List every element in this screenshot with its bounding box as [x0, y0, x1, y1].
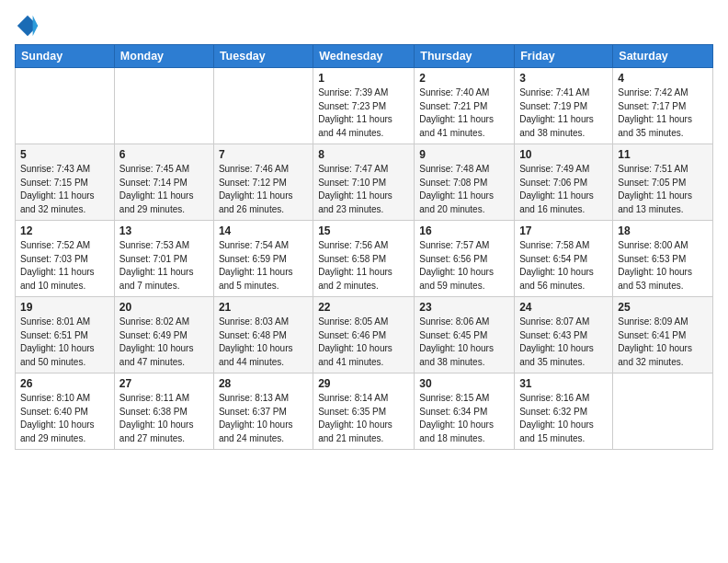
day-info: Sunrise: 7:56 AM Sunset: 6:58 PM Dayligh…: [318, 239, 409, 293]
calendar-cell: [213, 68, 313, 144]
day-number: 13: [119, 224, 209, 237]
calendar-cell: 25Sunrise: 8:09 AM Sunset: 6:41 PM Dayli…: [613, 297, 713, 373]
calendar-cell: 12Sunrise: 7:52 AM Sunset: 7:03 PM Dayli…: [16, 221, 115, 297]
calendar-cell: 2Sunrise: 7:40 AM Sunset: 7:21 PM Daylig…: [415, 68, 515, 144]
day-info: Sunrise: 7:52 AM Sunset: 7:03 PM Dayligh…: [20, 239, 109, 293]
day-number: 16: [419, 224, 509, 237]
day-number: 2: [419, 72, 509, 85]
day-number: 12: [20, 224, 109, 237]
day-info: Sunrise: 8:13 AM Sunset: 6:37 PM Dayligh…: [219, 392, 308, 445]
day-info: Sunrise: 8:07 AM Sunset: 6:43 PM Dayligh…: [519, 316, 608, 369]
calendar-cell: 9Sunrise: 7:48 AM Sunset: 7:08 PM Daylig…: [415, 144, 515, 221]
day-info: Sunrise: 7:39 AM Sunset: 7:23 PM Dayligh…: [318, 86, 409, 140]
day-info: Sunrise: 7:41 AM Sunset: 7:19 PM Dayligh…: [519, 86, 608, 140]
weekday-header-thursday: Thursday: [415, 45, 515, 68]
day-number: 4: [618, 72, 708, 85]
logo-icon: [15, 13, 40, 39]
calendar-cell: 8Sunrise: 7:47 AM Sunset: 7:10 PM Daylig…: [313, 144, 415, 221]
day-info: Sunrise: 7:54 AM Sunset: 6:59 PM Dayligh…: [219, 239, 308, 293]
day-info: Sunrise: 7:51 AM Sunset: 7:05 PM Dayligh…: [618, 163, 708, 216]
day-number: 20: [119, 301, 209, 314]
day-info: Sunrise: 7:47 AM Sunset: 7:10 PM Dayligh…: [318, 163, 409, 216]
svg-marker-1: [33, 16, 39, 36]
calendar-cell: 29Sunrise: 8:14 AM Sunset: 6:35 PM Dayli…: [313, 373, 415, 450]
day-info: Sunrise: 8:15 AM Sunset: 6:34 PM Dayligh…: [419, 392, 509, 445]
day-number: 28: [219, 377, 308, 390]
day-info: Sunrise: 7:58 AM Sunset: 6:54 PM Dayligh…: [519, 239, 608, 293]
calendar-cell: 20Sunrise: 8:02 AM Sunset: 6:49 PM Dayli…: [114, 297, 213, 373]
day-info: Sunrise: 8:16 AM Sunset: 6:32 PM Dayligh…: [519, 392, 608, 445]
calendar-cell: 15Sunrise: 7:56 AM Sunset: 6:58 PM Dayli…: [313, 221, 415, 297]
calendar-cell: 30Sunrise: 8:15 AM Sunset: 6:34 PM Dayli…: [415, 373, 515, 450]
calendar-cell: [114, 68, 213, 144]
day-number: 30: [419, 377, 509, 390]
day-number: 10: [519, 148, 608, 161]
day-info: Sunrise: 8:00 AM Sunset: 6:53 PM Dayligh…: [618, 239, 708, 293]
calendar-week-row: 19Sunrise: 8:01 AM Sunset: 6:51 PM Dayli…: [16, 297, 713, 373]
day-info: Sunrise: 7:48 AM Sunset: 7:08 PM Dayligh…: [419, 163, 509, 216]
day-info: Sunrise: 8:03 AM Sunset: 6:48 PM Dayligh…: [219, 316, 308, 369]
header: [15, 9, 713, 39]
day-number: 24: [519, 301, 608, 314]
calendar-cell: 21Sunrise: 8:03 AM Sunset: 6:48 PM Dayli…: [213, 297, 313, 373]
calendar-cell: 1Sunrise: 7:39 AM Sunset: 7:23 PM Daylig…: [313, 68, 415, 144]
calendar-cell: 14Sunrise: 7:54 AM Sunset: 6:59 PM Dayli…: [213, 221, 313, 297]
weekday-header-sunday: Sunday: [16, 45, 115, 68]
day-number: 19: [20, 301, 109, 314]
calendar-cell: 5Sunrise: 7:43 AM Sunset: 7:15 PM Daylig…: [16, 144, 115, 221]
day-info: Sunrise: 7:53 AM Sunset: 7:01 PM Dayligh…: [119, 239, 209, 293]
day-number: 18: [618, 224, 708, 237]
day-info: Sunrise: 7:42 AM Sunset: 7:17 PM Dayligh…: [618, 86, 708, 140]
calendar-week-row: 12Sunrise: 7:52 AM Sunset: 7:03 PM Dayli…: [16, 221, 713, 297]
day-number: 14: [219, 224, 308, 237]
calendar-cell: 16Sunrise: 7:57 AM Sunset: 6:56 PM Dayli…: [415, 221, 515, 297]
day-number: 31: [519, 377, 608, 390]
day-number: 27: [119, 377, 209, 390]
day-number: 22: [318, 301, 409, 314]
day-info: Sunrise: 7:57 AM Sunset: 6:56 PM Dayligh…: [419, 239, 509, 293]
day-number: 25: [618, 301, 708, 314]
day-info: Sunrise: 8:05 AM Sunset: 6:46 PM Dayligh…: [318, 316, 409, 369]
day-number: 15: [318, 224, 409, 237]
weekday-header-row: SundayMondayTuesdayWednesdayThursdayFrid…: [16, 45, 713, 68]
day-info: Sunrise: 8:14 AM Sunset: 6:35 PM Dayligh…: [318, 392, 409, 445]
weekday-header-saturday: Saturday: [613, 45, 713, 68]
day-info: Sunrise: 7:43 AM Sunset: 7:15 PM Dayligh…: [20, 163, 109, 216]
calendar-cell: 4Sunrise: 7:42 AM Sunset: 7:17 PM Daylig…: [613, 68, 713, 144]
day-number: 1: [318, 72, 409, 85]
day-info: Sunrise: 7:49 AM Sunset: 7:06 PM Dayligh…: [519, 163, 608, 216]
calendar-cell: 11Sunrise: 7:51 AM Sunset: 7:05 PM Dayli…: [613, 144, 713, 221]
day-info: Sunrise: 8:02 AM Sunset: 6:49 PM Dayligh…: [119, 316, 209, 369]
day-info: Sunrise: 8:11 AM Sunset: 6:38 PM Dayligh…: [119, 392, 209, 445]
day-info: Sunrise: 8:09 AM Sunset: 6:41 PM Dayligh…: [618, 316, 708, 369]
day-info: Sunrise: 8:06 AM Sunset: 6:45 PM Dayligh…: [419, 316, 509, 369]
calendar-cell: 13Sunrise: 7:53 AM Sunset: 7:01 PM Dayli…: [114, 221, 213, 297]
day-number: 6: [119, 148, 209, 161]
day-number: 29: [318, 377, 409, 390]
day-number: 5: [20, 148, 109, 161]
day-number: 11: [618, 148, 708, 161]
calendar-cell: 19Sunrise: 8:01 AM Sunset: 6:51 PM Dayli…: [16, 297, 115, 373]
calendar-cell: 18Sunrise: 8:00 AM Sunset: 6:53 PM Dayli…: [613, 221, 713, 297]
page-container: SundayMondayTuesdayWednesdayThursdayFrid…: [0, 0, 728, 459]
day-info: Sunrise: 8:01 AM Sunset: 6:51 PM Dayligh…: [20, 316, 109, 369]
calendar-cell: [16, 68, 115, 144]
day-number: 23: [419, 301, 509, 314]
calendar-cell: [613, 373, 713, 450]
day-info: Sunrise: 7:46 AM Sunset: 7:12 PM Dayligh…: [219, 163, 308, 216]
weekday-header-wednesday: Wednesday: [313, 45, 415, 68]
calendar-cell: 10Sunrise: 7:49 AM Sunset: 7:06 PM Dayli…: [515, 144, 613, 221]
weekday-header-monday: Monday: [114, 45, 213, 68]
logo: [15, 13, 42, 39]
calendar-week-row: 26Sunrise: 8:10 AM Sunset: 6:40 PM Dayli…: [16, 373, 713, 450]
calendar-week-row: 5Sunrise: 7:43 AM Sunset: 7:15 PM Daylig…: [16, 144, 713, 221]
day-number: 7: [219, 148, 308, 161]
day-number: 21: [219, 301, 308, 314]
day-number: 17: [519, 224, 608, 237]
calendar-cell: 7Sunrise: 7:46 AM Sunset: 7:12 PM Daylig…: [213, 144, 313, 221]
calendar-cell: 26Sunrise: 8:10 AM Sunset: 6:40 PM Dayli…: [16, 373, 115, 450]
calendar-cell: 31Sunrise: 8:16 AM Sunset: 6:32 PM Dayli…: [515, 373, 613, 450]
calendar-cell: 22Sunrise: 8:05 AM Sunset: 6:46 PM Dayli…: [313, 297, 415, 373]
calendar-cell: 17Sunrise: 7:58 AM Sunset: 6:54 PM Dayli…: [515, 221, 613, 297]
day-number: 9: [419, 148, 509, 161]
